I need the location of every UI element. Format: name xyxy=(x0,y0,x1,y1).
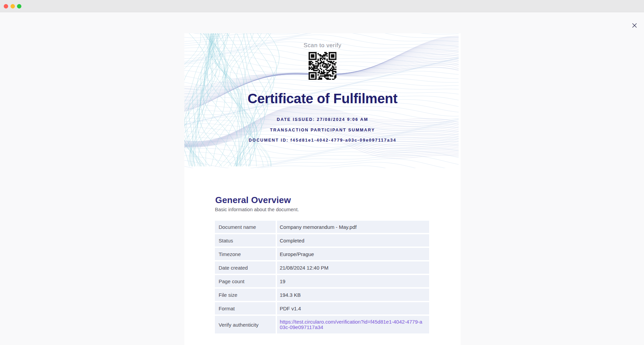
certificate-title: Certificate of Fulfilment xyxy=(184,91,461,106)
row-value: 21/08/2024 12:40 PM xyxy=(277,261,429,274)
table-row: Date created 21/08/2024 12:40 PM xyxy=(215,261,429,274)
window-minimize-button[interactable] xyxy=(11,4,15,8)
row-label: Date created xyxy=(215,261,276,274)
table-row: Format PDF v1.4 xyxy=(215,302,429,314)
row-label: Verify authenticity xyxy=(215,316,276,333)
window-maximize-button[interactable] xyxy=(17,4,21,8)
table-row: Page count 19 xyxy=(215,275,429,287)
row-value: https://test.circularo.com/verification?… xyxy=(277,316,429,333)
table-row: Status Completed xyxy=(215,234,429,247)
table-row: Timezone Europe/Prague xyxy=(215,248,429,260)
row-value: 19 xyxy=(277,275,429,287)
certificate-document: Scan to verify Certificate of Fulfilment… xyxy=(184,33,461,345)
window-close-button[interactable] xyxy=(4,4,8,8)
document-id-line: DOCUMENT ID: f45d81e1-4042-4779-a03c-09e… xyxy=(184,138,461,143)
row-label: Status xyxy=(215,234,276,247)
row-label: Timezone xyxy=(215,248,276,260)
row-value: Company memorandum - May.pdf xyxy=(277,221,429,233)
row-value: PDF v1.4 xyxy=(277,302,429,314)
row-value: 194.3 KB xyxy=(277,289,429,301)
section-subheading: Basic information about the document. xyxy=(215,207,299,212)
row-label: Document name xyxy=(215,221,276,233)
row-value: Completed xyxy=(277,234,429,247)
date-issued-line: DATE ISSUED: 27/08/2024 9:06 AM xyxy=(184,117,461,122)
table-row: Verify authenticity https://test.circula… xyxy=(215,316,429,333)
info-table: Document name Company memorandum - May.p… xyxy=(215,221,429,333)
window-titlebar xyxy=(0,0,644,12)
close-x-glyph xyxy=(631,22,638,29)
scan-to-verify-label: Scan to verify xyxy=(184,42,461,49)
row-value: Europe/Prague xyxy=(277,248,429,260)
row-label: Page count xyxy=(215,275,276,287)
qr-code xyxy=(309,52,336,80)
certificate-header: Scan to verify Certificate of Fulfilment… xyxy=(184,33,461,168)
close-icon[interactable] xyxy=(631,22,638,29)
verification-link[interactable]: https://test.circularo.com/verification?… xyxy=(280,319,424,330)
table-row: File size 194.3 KB xyxy=(215,289,429,301)
qr-code-image xyxy=(309,52,336,80)
table-row: Document name Company memorandum - May.p… xyxy=(215,221,429,233)
row-label: File size xyxy=(215,289,276,301)
participant-summary-line: TRANSACTION PARTICIPANT SUMMARY xyxy=(184,128,461,132)
section-heading: General Overview xyxy=(215,195,291,205)
row-label: Format xyxy=(215,302,276,314)
